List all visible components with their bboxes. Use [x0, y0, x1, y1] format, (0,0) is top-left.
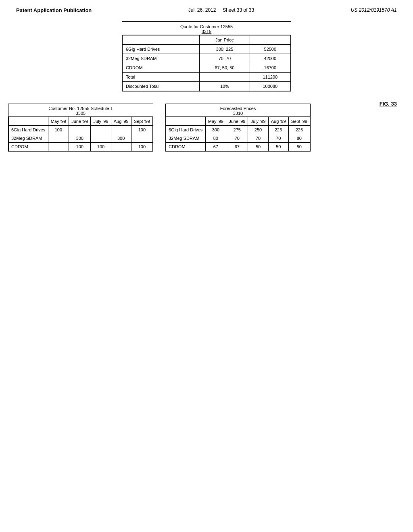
table-row: CDROM 100 100 100: [9, 143, 153, 151]
forecast-table-section: Forecasted Prices 3310 May '99 June '99 …: [165, 104, 311, 152]
table-row: Total 111200: [123, 73, 291, 82]
sched-aug: [111, 126, 131, 134]
figure-label: FIG. 33: [380, 101, 397, 107]
sched-col-aug: Aug '99: [111, 117, 131, 126]
quote-jan-price: [200, 73, 250, 82]
sched-july: [91, 126, 111, 134]
forecast-july: 70: [248, 134, 268, 143]
table-row: 6Gig Hard Drives 100 100: [9, 126, 153, 134]
quote-jan-price: 67; 50; 50: [200, 63, 250, 73]
forecast-col-may: May '99: [205, 117, 226, 126]
patent-number: US 2012/0191570 A1: [351, 7, 397, 13]
sched-col-may: May '99: [48, 117, 69, 126]
forecast-col-july: July '99: [248, 117, 268, 126]
page-header: Patent Application Publication Jul. 26, …: [0, 0, 413, 17]
quote-col1-header: [123, 35, 200, 45]
fig-text: FIG. 33: [380, 101, 397, 107]
sched-col-sept: Sept '99: [131, 117, 152, 126]
sched-sept: 100: [131, 143, 152, 151]
quote-table-title: Quote for Customer 12555 3315: [122, 22, 291, 35]
publication-date-sheet: Jul. 26, 2012 Sheet 33 of 33: [188, 7, 254, 13]
forecast-may: 67: [205, 143, 226, 151]
sched-item: 6Gig Hard Drives: [9, 126, 48, 134]
sched-july: [91, 134, 111, 143]
forecast-june: 275: [226, 126, 248, 134]
sched-item: CDROM: [9, 143, 48, 151]
forecast-july: 50: [248, 143, 268, 151]
forecast-sept: 50: [288, 143, 310, 151]
forecast-item: 32Meg SDRAM: [166, 134, 206, 143]
sched-aug: 300: [111, 134, 131, 143]
table-row: CDROM 67; 50; 50 16700: [123, 63, 291, 73]
table-row: 6Gig Hard Drives 300 275 250 225 225: [166, 126, 310, 134]
quote-table-section: Quote for Customer 12555 3315 Jan Price …: [0, 21, 413, 91]
quote-jan-price: 70; 70: [200, 54, 250, 63]
sched-june: [69, 126, 91, 134]
forecast-june: 67: [226, 143, 248, 151]
fig-number: 33: [391, 101, 397, 107]
quote-value: 100080: [250, 82, 290, 91]
forecast-may: 80: [205, 134, 226, 143]
sched-may: [48, 134, 69, 143]
quote-table: Jan Price 6Gig Hard Drives 300; 225 5250…: [122, 35, 291, 91]
forecast-sept: 225: [288, 126, 310, 134]
sched-june: 300: [69, 134, 91, 143]
publication-label: Patent Application Publication: [16, 7, 92, 13]
forecast-col-june: June '99: [226, 117, 248, 126]
forecast-col-item: [166, 117, 206, 126]
forecast-col-sept: Sept '99: [288, 117, 310, 126]
quote-value: 42000: [250, 54, 290, 63]
sched-sept: [131, 134, 152, 143]
table-row: 32Meg SDRAM 70; 70 42000: [123, 54, 291, 63]
forecast-item: 6Gig Hard Drives: [166, 126, 206, 134]
table-row: 32Meg SDRAM 80 70 70 70 80: [166, 134, 310, 143]
sched-col-june: June '99: [69, 117, 91, 126]
quote-item: Total: [123, 73, 200, 82]
sched-col-item: [9, 117, 48, 126]
table-row: 6Gig Hard Drives 300; 225 52500: [123, 45, 291, 54]
quote-item: 6Gig Hard Drives: [123, 45, 200, 54]
table-row: CDROM 67 67 50 50 50: [166, 143, 310, 151]
forecast-june: 70: [226, 134, 248, 143]
sched-sept: 100: [131, 126, 152, 134]
forecast-table-title: Forecasted Prices 3310: [166, 104, 310, 117]
quote-value: 111200: [250, 73, 290, 82]
forecast-july: 250: [248, 126, 268, 134]
sched-may: 100: [48, 126, 69, 134]
sched-aug: [111, 143, 131, 151]
quote-jan-price: 10%: [200, 82, 250, 91]
quote-col2-header: Jan Price: [200, 35, 250, 45]
quote-item: Discounted Total: [123, 82, 200, 91]
sheet-info: Sheet 33 of 33: [223, 7, 254, 13]
forecast-col-aug: Aug '99: [268, 117, 288, 126]
quote-table-wrapper: Quote for Customer 12555 3315 Jan Price …: [122, 21, 291, 91]
sched-col-july: July '99: [91, 117, 111, 126]
table-row: Discounted Total 10% 100080: [123, 82, 291, 91]
quote-item: 32Meg SDRAM: [123, 54, 200, 63]
quote-value: 16700: [250, 63, 290, 73]
quote-jan-price: 300; 225: [200, 45, 250, 54]
quote-col3-header: [250, 35, 290, 45]
forecast-item: CDROM: [166, 143, 206, 151]
schedule-table: May '99 June '99 July '99 Aug '99 Sept '…: [8, 117, 153, 151]
forecast-sept: 80: [288, 134, 310, 143]
sched-june: 100: [69, 143, 91, 151]
bottom-section: Customer No. 12555 Schedule 1 3305 May '…: [0, 104, 413, 152]
schedule-table-title: Customer No. 12555 Schedule 1 3305: [8, 104, 153, 117]
schedule-table-section: Customer No. 12555 Schedule 1 3305 May '…: [8, 104, 153, 152]
forecast-aug: 50: [268, 143, 288, 151]
forecast-table: May '99 June '99 July '99 Aug '99 Sept '…: [166, 117, 310, 151]
forecast-aug: 225: [268, 126, 288, 134]
table-row: 32Meg SDRAM 300 300: [9, 134, 153, 143]
quote-value: 52500: [250, 45, 290, 54]
date-text: Jul. 26, 2012: [188, 7, 216, 13]
sched-may: [48, 143, 69, 151]
sched-item: 32Meg SDRAM: [9, 134, 48, 143]
sched-july: 100: [91, 143, 111, 151]
quote-item: CDROM: [123, 63, 200, 73]
forecast-aug: 70: [268, 134, 288, 143]
forecast-may: 300: [205, 126, 226, 134]
